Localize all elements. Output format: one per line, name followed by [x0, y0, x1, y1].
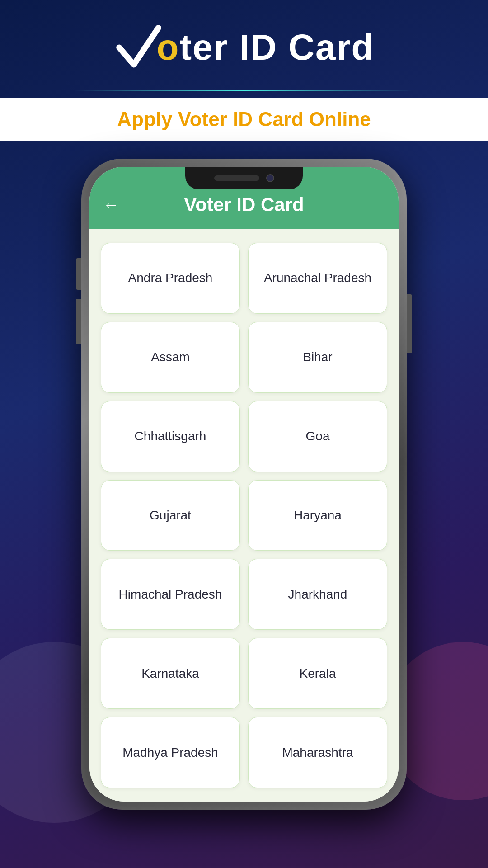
state-label: Assam [151, 350, 190, 364]
front-camera [266, 174, 274, 182]
state-label: Maharashtra [282, 745, 353, 760]
state-label: Himachal Pradesh [119, 587, 222, 602]
divider [75, 90, 413, 91]
state-label: Arunachal Pradesh [264, 271, 371, 285]
state-button[interactable]: Haryana [248, 480, 387, 551]
state-label: Karnataka [141, 666, 199, 681]
phone-notch [185, 167, 303, 189]
checkmark-icon [114, 18, 164, 77]
phone-mockup: ← Voter ID Card Andra PradeshArunachal P… [81, 159, 407, 814]
phone-outer-shell: ← Voter ID Card Andra PradeshArunachal P… [81, 159, 407, 810]
state-button[interactable]: Karnataka [101, 638, 240, 709]
logo-area: oter ID Card [114, 18, 375, 77]
power-button[interactable] [407, 294, 412, 353]
state-label: Jharkhand [288, 587, 347, 602]
state-button[interactable]: Gujarat [101, 480, 240, 551]
state-button[interactable]: Goa [248, 401, 387, 472]
state-label: Haryana [294, 508, 342, 523]
subtitle-banner: Apply Voter ID Card Online [0, 98, 488, 141]
subtitle-text: Apply Voter ID Card Online [117, 108, 371, 131]
state-button[interactable]: Andra Pradesh [101, 243, 240, 314]
state-label: Gujarat [150, 508, 191, 523]
state-button[interactable]: Jharkhand [248, 559, 387, 630]
state-button[interactable]: Assam [101, 322, 240, 393]
app-content: ← Voter ID Card Andra PradeshArunachal P… [89, 167, 399, 802]
app-title: oter ID Card [157, 27, 375, 68]
state-button[interactable]: Kerala [248, 638, 387, 709]
state-label: Madhya Pradesh [122, 745, 218, 760]
state-label: Andra Pradesh [128, 271, 213, 285]
state-label: Bihar [303, 350, 332, 364]
state-label: Kerala [300, 666, 336, 681]
state-button[interactable]: Arunachal Pradesh [248, 243, 387, 314]
state-button[interactable]: Madhya Pradesh [101, 717, 240, 788]
back-button[interactable]: ← [103, 195, 119, 214]
state-button[interactable]: Maharashtra [248, 717, 387, 788]
states-grid: Andra PradeshArunachal PradeshAssamBihar… [89, 229, 399, 802]
side-buttons-right [407, 294, 412, 353]
phone-screen: ← Voter ID Card Andra PradeshArunachal P… [89, 167, 399, 802]
side-buttons-left [76, 258, 81, 344]
volume-down-button[interactable] [76, 299, 81, 344]
speaker [214, 175, 259, 181]
state-button[interactable]: Himachal Pradesh [101, 559, 240, 630]
state-button[interactable]: Bihar [248, 322, 387, 393]
volume-up-button[interactable] [76, 258, 81, 290]
state-label: Goa [306, 429, 330, 443]
state-label: Chhattisgarh [135, 429, 206, 443]
screen-title: Voter ID Card [184, 194, 304, 216]
state-button[interactable]: Chhattisgarh [101, 401, 240, 472]
header-section: oter ID Card [0, 0, 488, 96]
